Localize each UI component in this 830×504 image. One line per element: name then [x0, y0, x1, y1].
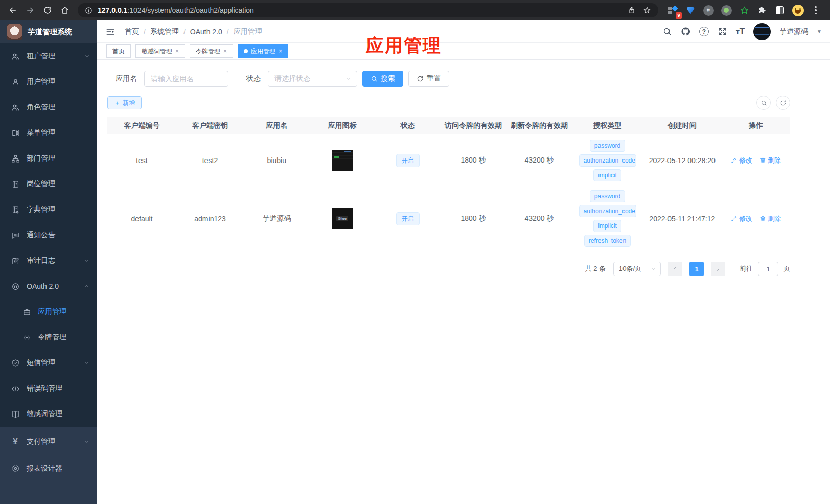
back-icon[interactable]	[5, 3, 20, 18]
reset-button[interactable]: 重置	[408, 71, 449, 87]
cell-created-time: 2022-05-12 00:28:20	[642, 156, 722, 165]
extensions-puzzle-icon[interactable]	[756, 4, 768, 16]
help-icon[interactable]: ?	[699, 27, 709, 36]
status-badge: 开启	[396, 212, 420, 225]
sidebar-item-notice[interactable]: 通知公告	[0, 222, 97, 248]
split-view-icon[interactable]	[774, 4, 786, 16]
status-select[interactable]: 请选择状态	[268, 71, 357, 87]
app-icon-image	[332, 150, 353, 171]
refresh-table-button[interactable]	[776, 96, 790, 110]
sidebar-item-dict[interactable]: 字典管理	[0, 197, 97, 222]
star-extension-icon[interactable]	[738, 4, 750, 16]
search-icon	[371, 75, 378, 82]
url-text[interactable]: 127.0.0.1:1024/system/oauth2/oauth2/appl…	[98, 6, 254, 14]
sidebar-item-user[interactable]: 用户管理	[0, 69, 97, 95]
share-icon[interactable]	[628, 6, 636, 14]
breadcrumb-system[interactable]: 系统管理	[150, 27, 179, 36]
breadcrumb-home[interactable]: 首页	[125, 27, 139, 36]
breadcrumb-oauth[interactable]: OAuth 2.0	[190, 28, 222, 36]
sidebar-item-dept[interactable]: 部门管理	[0, 146, 97, 171]
sidebar-item-sensitive[interactable]: 敏感词管理	[0, 401, 97, 427]
trash-icon	[759, 215, 766, 222]
avatar[interactable]	[753, 23, 771, 40]
fullscreen-icon[interactable]	[718, 27, 727, 36]
github-icon[interactable]	[681, 27, 690, 36]
cell-app-name: 芋道源码	[244, 214, 309, 223]
tab-home[interactable]: 首页	[106, 44, 131, 58]
app-logo[interactable]: 芋道管理系统	[0, 20, 97, 43]
delete-link[interactable]: 删除	[759, 214, 781, 223]
grant-tag: authorization_code	[579, 154, 636, 167]
open-book-icon	[11, 410, 20, 419]
bookmark-star-icon[interactable]	[643, 6, 651, 14]
sidebar-item-tenant[interactable]: 租户管理	[0, 43, 97, 69]
search-icon	[760, 100, 767, 106]
recorder-extension-icon[interactable]	[720, 4, 732, 16]
proxy-extension-icon[interactable]: 9	[666, 4, 679, 16]
total-count: 共 2 条	[585, 264, 606, 273]
toggle-search-button[interactable]	[756, 96, 771, 110]
sidebar-item-role[interactable]: 角色管理	[0, 95, 97, 120]
page-number-button[interactable]: 1	[689, 262, 704, 276]
collapse-menu-icon[interactable]	[105, 27, 116, 37]
user-icon	[11, 78, 20, 86]
extension-badge: 9	[676, 12, 682, 19]
close-icon[interactable]: ×	[175, 48, 179, 54]
sidebar-item-menu[interactable]: 菜单管理	[0, 120, 97, 146]
grant-tag: password	[590, 190, 625, 202]
cell-secret: admin123	[176, 215, 244, 223]
grant-tag: refresh_token	[584, 235, 631, 247]
delete-link[interactable]: 删除	[759, 156, 781, 165]
sidebar-item-oauth[interactable]: OAuth 2.0	[0, 273, 97, 299]
extensions-area: 9 ⌗	[663, 4, 825, 16]
search-button[interactable]: 搜索	[362, 71, 403, 87]
app-name-input[interactable]	[144, 71, 228, 87]
tab-token[interactable]: 令牌管理×	[190, 44, 233, 58]
table-toolbar: ＋ 新增	[107, 96, 790, 110]
tab-application[interactable]: 应用管理×	[238, 44, 288, 58]
home-icon[interactable]	[57, 3, 73, 18]
forward-icon[interactable]	[22, 3, 38, 18]
edit-icon	[731, 157, 737, 164]
cell-access-ttl: 1800 秒	[441, 156, 506, 165]
add-button[interactable]: ＋ 新增	[107, 96, 142, 109]
tab-sensitive[interactable]: 敏感词管理×	[135, 44, 185, 58]
reload-icon[interactable]	[40, 3, 55, 18]
log-edit-icon	[11, 257, 20, 265]
edit-link[interactable]: 修改	[731, 214, 752, 223]
chevron-down-icon[interactable]: ▼	[817, 29, 822, 34]
users-icon	[11, 103, 20, 112]
sidebar-item-errcode[interactable]: 错误码管理	[0, 376, 97, 401]
site-info-icon[interactable]	[85, 7, 93, 14]
font-size-icon[interactable]: TT	[736, 27, 745, 37]
sidebar-item-post[interactable]: 岗位管理	[0, 171, 97, 197]
gem-extension-icon[interactable]	[684, 4, 697, 16]
sidebar-item-sms[interactable]: 短信管理	[0, 350, 97, 376]
edit-link[interactable]: 修改	[731, 156, 752, 165]
goto-page-input[interactable]	[758, 262, 778, 276]
prev-page-button[interactable]	[668, 262, 682, 276]
sidebar-item-audit[interactable]: 审计日志	[0, 248, 97, 273]
refresh-icon	[780, 100, 787, 106]
cell-grant-types: password authorization_code implicit	[572, 138, 643, 182]
command-extension-icon[interactable]: ⌗	[702, 4, 714, 16]
chevron-down-icon	[84, 258, 90, 264]
logo-avatar	[7, 24, 22, 40]
sidebar-item-oauth-app[interactable]: 应用管理	[0, 299, 97, 325]
cell-client-id: default	[107, 215, 176, 223]
next-page-button[interactable]	[711, 262, 725, 276]
emoji-profile-icon[interactable]	[792, 4, 804, 16]
chevron-up-icon	[84, 283, 90, 289]
close-icon[interactable]: ×	[223, 48, 227, 54]
grant-tag: implicit	[593, 169, 621, 181]
sidebar-item-report[interactable]: 报表设计器	[0, 455, 97, 482]
browser-menu-icon[interactable]	[810, 4, 822, 16]
page-size-select[interactable]: 10条/页	[613, 262, 661, 276]
sidebar-item-pay[interactable]: ¥ 支付管理	[0, 428, 97, 455]
user-name[interactable]: 芋道源码	[779, 27, 808, 36]
address-bar[interactable]: 127.0.0.1:1024/system/oauth2/oauth2/appl…	[78, 3, 658, 17]
table-row: default admin123 芋道源码 Gitee 开启 1800 秒 43…	[107, 187, 790, 250]
sidebar-item-oauth-token[interactable]: 令牌管理	[0, 325, 97, 350]
search-icon[interactable]	[662, 27, 672, 36]
close-icon[interactable]: ×	[279, 48, 282, 54]
